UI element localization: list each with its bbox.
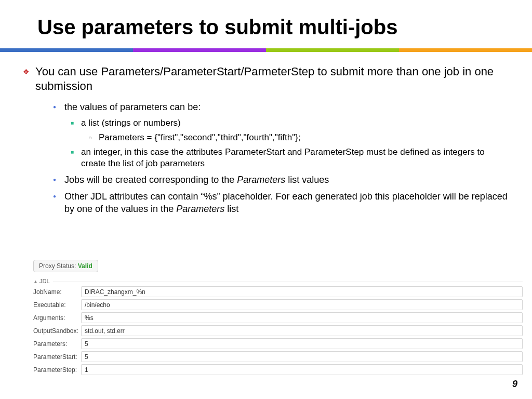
form-input[interactable] xyxy=(81,364,523,375)
emphasis-text: Parameters xyxy=(237,175,285,185)
proxy-value: Valid xyxy=(78,262,92,270)
form-label: OutputSandbox: xyxy=(33,327,81,335)
form-row: ParameterStep: xyxy=(33,364,523,375)
text-fragment: Jobs will be created corresponding to th… xyxy=(64,175,237,185)
bullet-text: a list (strings or numbers) xyxy=(81,117,181,129)
form-input[interactable] xyxy=(81,338,523,349)
form-row: OutputSandbox: xyxy=(33,325,523,336)
bullet-text: Other JDL attributes can contain “%s” pl… xyxy=(64,190,511,215)
bullet-text: Jobs will be created corresponding to th… xyxy=(64,174,329,186)
collapse-icon: ▲ xyxy=(33,279,38,284)
form-row: Executable: xyxy=(33,299,523,310)
bullet-level-3: ■ a list (strings or numbers) xyxy=(68,117,511,129)
slide-content: ❖ You can use Parameters/ParameterStart/… xyxy=(0,52,532,215)
form-row: Parameters: xyxy=(33,338,523,349)
proxy-label: Proxy Status: xyxy=(39,262,78,270)
text-fragment: Other JDL attributes can contain “%s” pl… xyxy=(64,191,508,214)
form-label: JobName: xyxy=(33,288,81,296)
form-label: Executable: xyxy=(33,301,81,309)
bullet-text: the values of parameters can be: xyxy=(64,101,201,113)
jdl-legend-text: JDL xyxy=(39,278,50,284)
bullet-level-2: ● the values of parameters can be: xyxy=(49,101,511,113)
dot-bullet-icon: ● xyxy=(49,101,64,113)
proxy-status-badge: Proxy Status: Valid xyxy=(33,260,98,272)
form-label: ParameterStart: xyxy=(33,353,81,361)
square-bullet-icon: ■ xyxy=(68,147,81,169)
form-input[interactable] xyxy=(81,286,523,297)
bullet-level-2: ● Jobs will be created corresponding to … xyxy=(49,174,511,186)
form-label: ParameterStep: xyxy=(33,366,81,374)
bullet-level-1: ❖ You can use Parameters/ParameterStart/… xyxy=(21,64,511,94)
bullet-level-2: ● Other JDL attributes can contain “%s” … xyxy=(49,190,511,215)
form-label: Arguments: xyxy=(33,314,81,322)
diamond-bullet-icon: ❖ xyxy=(21,64,35,94)
bullet-text: an integer, in this case the attributes … xyxy=(81,147,511,169)
form-input[interactable] xyxy=(81,325,523,336)
form-label: Parameters: xyxy=(33,340,81,348)
page-number: 9 xyxy=(512,379,517,390)
bullet-level-4: ○ Parameters = {"first","second","third"… xyxy=(86,132,511,143)
form-row: Arguments: xyxy=(33,312,523,323)
bullet-level-3: ■ an integer, in this case the attribute… xyxy=(68,147,511,169)
bullet-text: Parameters = {"first","second","third","… xyxy=(99,132,301,143)
form-input[interactable] xyxy=(81,312,523,323)
circle-bullet-icon: ○ xyxy=(86,132,99,143)
form-input[interactable] xyxy=(81,351,523,362)
text-fragment: list values xyxy=(285,175,329,185)
jdl-form-screenshot: Proxy Status: Valid ▲ JDL JobName:Execut… xyxy=(33,260,523,377)
form-input[interactable] xyxy=(81,299,523,310)
jdl-fieldset: ▲ JDL JobName:Executable:Arguments:Outpu… xyxy=(33,282,523,375)
jdl-legend: ▲ JDL xyxy=(33,278,53,284)
bullet-text: You can use Parameters/ParameterStart/Pa… xyxy=(35,64,511,94)
slide-title: Use parameters to submit multi-jobs xyxy=(0,0,532,48)
emphasis-text: Parameters xyxy=(176,204,224,214)
dot-bullet-icon: ● xyxy=(49,190,64,215)
dot-bullet-icon: ● xyxy=(49,174,64,186)
text-fragment: list xyxy=(224,204,238,214)
accent-divider xyxy=(0,48,532,52)
square-bullet-icon: ■ xyxy=(68,117,81,129)
form-row: ParameterStart: xyxy=(33,351,523,362)
form-row: JobName: xyxy=(33,286,523,297)
